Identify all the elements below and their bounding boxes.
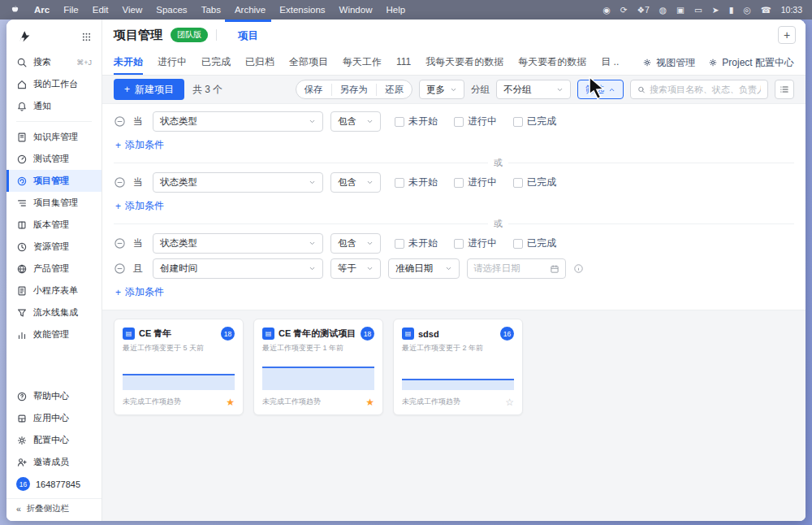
menu-edit[interactable]: Edit — [93, 5, 109, 15]
input-source-icon[interactable]: ▣ — [676, 5, 685, 15]
list-view-button[interactable] — [775, 80, 794, 99]
date-mode-dropdown[interactable]: 准确日期 — [388, 258, 460, 279]
checkbox-not-started[interactable]: 未开始 — [395, 115, 438, 128]
menu-view[interactable]: View — [123, 5, 143, 15]
sidebar-collapse[interactable]: « 折叠侧边栏 — [6, 498, 102, 518]
project-config-link[interactable]: Project 配置中心 — [708, 56, 794, 70]
project-card[interactable]: ▤ CE 青年 18 最近工作项变更于 5 天前 未完成工作项趋势 ★ — [114, 319, 244, 415]
phone-icon[interactable]: ☎ — [761, 5, 771, 15]
doc-tab-project[interactable]: 项目 — [225, 20, 271, 50]
add-condition-button[interactable]: + 添加条件 — [115, 134, 164, 156]
tab-all-projects[interactable]: 全部项目 — [289, 50, 328, 75]
restore-button[interactable]: 还原 — [376, 84, 412, 96]
checkbox-not-started[interactable]: 未开始 — [395, 176, 438, 189]
tab-daily-work[interactable]: 每天工作 — [343, 50, 382, 75]
group-dropdown[interactable]: 不分组 — [496, 80, 571, 99]
apple-icon[interactable] — [10, 4, 20, 15]
sidebar-item-project[interactable]: 项目管理 — [6, 170, 102, 192]
save-as-button[interactable]: 另存为 — [331, 84, 377, 96]
operator-dropdown[interactable]: 包含 — [330, 172, 381, 193]
sidebar-item-invite[interactable]: 邀请成员 — [6, 451, 102, 473]
checkbox-completed[interactable]: 已完成 — [513, 236, 556, 250]
tab-daily-data[interactable]: 每天要看的数据 — [518, 50, 586, 75]
add-condition-button[interactable]: + 添加条件 — [115, 281, 164, 303]
sidebar-item-config-center[interactable]: 配置中心 — [6, 429, 102, 451]
menu-window[interactable]: Window — [339, 5, 373, 15]
add-view-button[interactable]: + — [778, 26, 796, 44]
network-icon[interactable]: ◍ — [659, 5, 667, 15]
sidebar-item-portfolio[interactable]: 项目集管理 — [6, 192, 102, 214]
save-button[interactable]: 保存 — [296, 84, 331, 96]
camera-icon[interactable]: ◉ — [603, 5, 611, 15]
sidebar-item-resource[interactable]: 资源管理 — [6, 236, 102, 258]
sidebar-item-product[interactable]: 产品管理 — [6, 258, 102, 280]
sidebar-item-miniform[interactable]: 小程序表单 — [6, 280, 102, 302]
add-condition-button[interactable]: + 添加条件 — [115, 195, 164, 217]
operator-dropdown[interactable]: 包含 — [330, 111, 381, 132]
menu-help[interactable]: Help — [386, 5, 405, 15]
compass-icon[interactable]: ◎ — [743, 5, 750, 15]
operator-dropdown[interactable]: 等于 — [330, 258, 381, 279]
operator-dropdown[interactable]: 包含 — [330, 233, 381, 254]
field-dropdown[interactable]: 状态类型 — [153, 233, 323, 254]
remove-condition-icon[interactable] — [114, 262, 126, 275]
field-dropdown[interactable]: 状态类型 — [153, 172, 323, 193]
favorite-star-icon[interactable]: ★ — [226, 397, 235, 407]
view-management-link[interactable]: 视图管理 — [642, 56, 695, 70]
chat-badge-icon[interactable]: ❖7 — [637, 5, 650, 15]
tab-archived[interactable]: 已归档 — [245, 50, 274, 75]
field-dropdown[interactable]: 状态类型 — [153, 111, 323, 132]
menu-file[interactable]: File — [63, 5, 79, 15]
search-input[interactable] — [650, 85, 761, 94]
tab-my-daily-data[interactable]: 我每天要看的数据 — [425, 50, 503, 75]
menu-arc[interactable]: Arc — [34, 5, 50, 15]
project-card[interactable]: ▤ CE 青年的测试项目 18 最近工作项变更于 1 年前 未完成工作项趋势 ★ — [253, 319, 383, 415]
favorite-star-icon[interactable]: ★ — [365, 397, 374, 407]
swift-icon[interactable]: ➤ — [712, 5, 719, 15]
more-dropdown[interactable]: 更多 — [419, 80, 464, 99]
checkbox-not-started[interactable]: 未开始 — [395, 236, 438, 250]
tab-111[interactable]: 111 — [396, 50, 411, 75]
filter-toggle-button[interactable]: 筛选 — [577, 80, 624, 99]
remove-condition-icon[interactable] — [114, 237, 126, 249]
date-picker-input[interactable]: 请选择日期 — [467, 258, 566, 279]
checkbox-in-progress[interactable]: 进行中 — [454, 115, 497, 128]
sidebar-item-workbench[interactable]: 我的工作台 — [6, 73, 102, 95]
battery-icon[interactable]: ▮ — [729, 5, 734, 15]
tab-completed[interactable]: 已完成 — [201, 50, 231, 75]
info-icon[interactable] — [573, 263, 584, 274]
tab-truncated[interactable]: 目 .. — [601, 50, 619, 75]
remove-condition-icon[interactable] — [114, 176, 126, 189]
apps-grid-icon[interactable] — [81, 32, 92, 42]
checkbox-in-progress[interactable]: 进行中 — [454, 236, 497, 250]
sidebar-item-performance[interactable]: 效能管理 — [6, 323, 102, 345]
sidebar-item-pipeline[interactable]: 流水线集成 — [6, 302, 102, 323]
menu-archive[interactable]: Archive — [235, 5, 266, 15]
menu-extensions[interactable]: Extensions — [279, 5, 325, 15]
new-project-button[interactable]: + 新建项目 — [114, 79, 184, 100]
sidebar-user[interactable]: 16 164877845 — [6, 473, 102, 495]
sidebar-item-test[interactable]: 测试管理 — [6, 148, 102, 170]
sidebar-item-app-center[interactable]: 应用中心 — [6, 407, 102, 429]
field-dropdown[interactable]: 创建时间 — [153, 258, 323, 279]
sidebar-item-version[interactable]: 版本管理 — [6, 214, 102, 236]
date-mode-value: 准确日期 — [395, 262, 433, 275]
sidebar-item-help-center[interactable]: 帮助中心 — [6, 385, 102, 407]
remove-condition-icon[interactable] — [114, 115, 126, 128]
project-card[interactable]: ▤ sdsd 16 最近工作项变更于 2 年前 未完成工作项趋势 ☆ — [393, 319, 523, 415]
favorite-star-icon[interactable]: ☆ — [505, 397, 514, 407]
refresh-icon[interactable]: ⟳ — [620, 5, 628, 15]
tab-in-progress[interactable]: 进行中 — [158, 50, 187, 75]
sidebar-item-search[interactable]: 搜索 ⌘+J — [6, 51, 102, 73]
sidebar-item-notifications[interactable]: 通知 — [6, 95, 102, 117]
card-header: ▤ sdsd 16 — [402, 327, 514, 341]
checkbox-in-progress[interactable]: 进行中 — [454, 176, 497, 189]
sidebar-item-knowledge[interactable]: 知识库管理 — [6, 126, 102, 148]
checkbox-completed[interactable]: 已完成 — [513, 115, 556, 128]
tab-not-started[interactable]: 未开始 — [114, 50, 143, 75]
checkbox-completed[interactable]: 已完成 — [513, 176, 556, 189]
control-pill-icon[interactable]: ▭ — [694, 5, 702, 15]
menu-spaces[interactable]: Spaces — [156, 5, 187, 15]
status-checkbox-group: 未开始 进行中 已完成 — [395, 236, 556, 250]
menu-tabs[interactable]: Tabs — [201, 5, 221, 15]
